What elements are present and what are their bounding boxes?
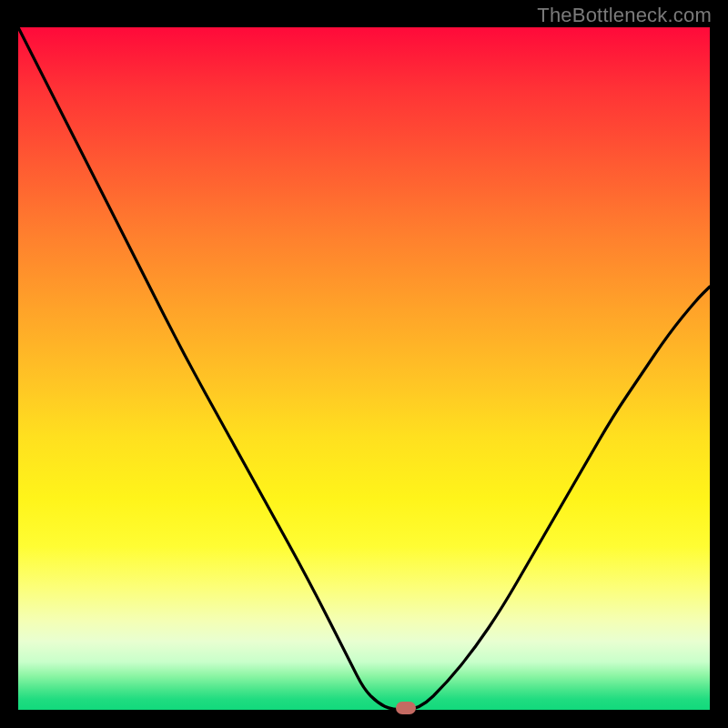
- chart-frame: TheBottleneck.com: [0, 0, 728, 728]
- curve-path: [18, 27, 710, 710]
- watermark-text: TheBottleneck.com: [537, 4, 712, 27]
- bottleneck-curve: [18, 27, 710, 710]
- optimum-marker: [396, 702, 416, 714]
